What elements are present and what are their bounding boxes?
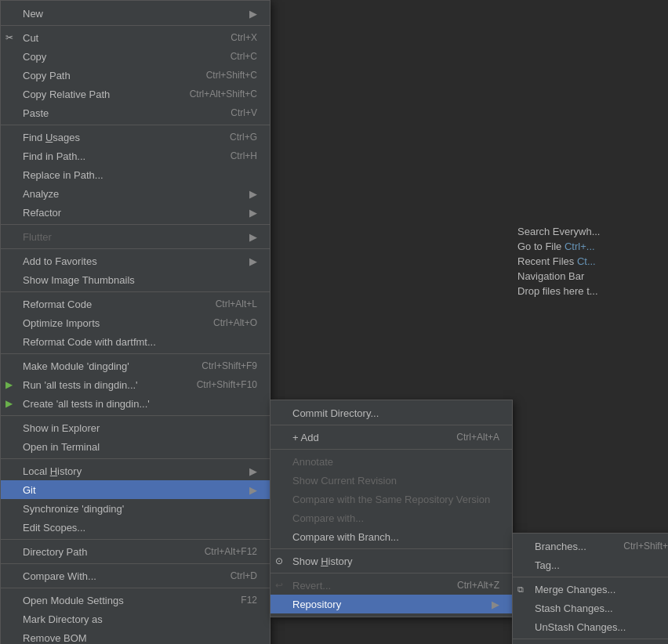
git-compare-same-repo: Compare with the Same Repository Version	[270, 490, 512, 508]
menu-item-git[interactable]: Git ▶	[1, 480, 270, 499]
git-compare-with: Compare with...	[270, 508, 512, 527]
menu-item-directory-path[interactable]: Directory Path Ctrl+Alt+F12	[1, 542, 270, 561]
separator-10	[1, 563, 270, 564]
menu-item-synchronize[interactable]: Synchronize 'dingding'	[1, 499, 270, 518]
menu-item-show-explorer[interactable]: Show in Explorer	[1, 418, 270, 437]
separator-3	[1, 224, 270, 225]
run-icon: ▶	[5, 379, 13, 390]
search-everywhere-item: Search Everywh...	[517, 226, 662, 237]
revert-icon: ↩	[275, 580, 283, 591]
separator-4	[1, 248, 270, 249]
separator-9	[1, 539, 270, 540]
menu-item-edit-scopes[interactable]: Edit Scopes...	[1, 518, 270, 537]
menu-item-local-history[interactable]: Local History ▶	[1, 461, 270, 480]
menu-item-make-module[interactable]: Make Module 'dingding' Ctrl+Shift+F9	[1, 356, 270, 375]
menu-item-add-favorites[interactable]: Add to Favorites ▶	[1, 251, 270, 270]
menu-item-reformat-code[interactable]: Reformat Code Ctrl+Alt+L	[1, 295, 270, 313]
menu-item-paste[interactable]: Paste Ctrl+V	[1, 103, 270, 122]
menu-item-open-terminal[interactable]: Open in Terminal	[1, 437, 270, 456]
repo-unstash-changes[interactable]: UnStash Changes...	[513, 617, 668, 636]
repository-submenu: Branches... Ctrl+Shift+` Tag... ⧉ Merge …	[512, 533, 668, 644]
recent-files-item: Recent Files Ct...	[517, 255, 662, 267]
right-panel: Search Everywh... Go to File Ctrl+... Re…	[511, 219, 668, 303]
drop-files-item: Drop files here t...	[517, 285, 662, 297]
menu-item-cut[interactable]: ✂ Cut Ctrl+X	[1, 28, 270, 47]
menu-item-remove-bom[interactable]: Remove BOM	[1, 628, 270, 644]
git-show-history[interactable]: ⊙ Show History	[270, 552, 512, 570]
git-annotate: Annotate	[270, 452, 512, 471]
menu-item-compare-with[interactable]: Compare With... Ctrl+D	[1, 566, 270, 585]
navigation-bar-item: Navigation Bar	[517, 270, 662, 282]
history-icon: ⊙	[275, 555, 283, 566]
git-separator-3	[270, 548, 512, 549]
menu-item-flutter: Flutter ▶	[1, 227, 270, 246]
menu-item-copy[interactable]: Copy Ctrl+C	[1, 47, 270, 66]
menu-item-optimize-imports[interactable]: Optimize Imports Ctrl+Alt+O	[1, 313, 270, 332]
git-separator-2	[270, 449, 512, 450]
git-repository[interactable]: Repository ▶	[270, 595, 512, 613]
separator-7	[1, 415, 270, 416]
separator-5	[1, 291, 270, 292]
git-compare-branch[interactable]: Compare with Branch...	[270, 527, 512, 546]
separator-11	[1, 588, 270, 588]
git-separator-4	[270, 573, 512, 573]
repo-branches[interactable]: Branches... Ctrl+Shift+`	[513, 537, 668, 555]
menu-item-new[interactable]: New ▶	[1, 4, 270, 23]
menu-item-create-tests[interactable]: ▶ Create 'all tests in dingdin...'	[1, 394, 270, 413]
menu-item-open-module-settings[interactable]: Open Module Settings F12	[1, 591, 270, 610]
git-revert: ↩ Revert... Ctrl+Alt+Z	[270, 576, 512, 595]
repo-separator-1	[513, 577, 668, 577]
git-add[interactable]: + Add Ctrl+Alt+A	[270, 428, 512, 447]
cut-icon: ✂	[5, 32, 13, 43]
repo-stash-changes[interactable]: Stash Changes...	[513, 599, 668, 617]
menu-item-show-image-thumbnails[interactable]: Show Image Thumbnails	[1, 270, 270, 289]
separator-2	[1, 125, 270, 125]
separator-1	[1, 25, 270, 26]
menu-item-replace-in-path[interactable]: Replace in Path...	[1, 165, 270, 184]
menu-item-mark-directory[interactable]: Mark Directory as	[1, 610, 270, 628]
menu-item-reformat-dartfmt[interactable]: Reformat Code with dartfmt...	[1, 332, 270, 351]
merge-icon: ⧉	[517, 584, 524, 595]
menu-item-find-usages[interactable]: Find Usages Ctrl+G	[1, 128, 270, 147]
git-show-current-revision: Show Current Revision	[270, 471, 512, 490]
menu-item-analyze[interactable]: Analyze ▶	[1, 184, 270, 203]
menu-item-find-in-path[interactable]: Find in Path... Ctrl+H	[1, 147, 270, 165]
git-submenu: Commit Directory... + Add Ctrl+Alt+A Ann…	[270, 400, 513, 617]
go-to-file-item: Go to File Ctrl+...	[517, 241, 662, 252]
menu-item-copy-relative-path[interactable]: Copy Relative Path Ctrl+Alt+Shift+C	[1, 85, 270, 103]
menu-item-run-tests[interactable]: ▶ Run 'all tests in dingdin...' Ctrl+Shi…	[1, 375, 270, 394]
create-icon: ▶	[5, 398, 13, 409]
menu-item-copy-path[interactable]: Copy Path Ctrl+Shift+C	[1, 66, 270, 85]
separator-8	[1, 458, 270, 459]
repo-separator-2	[513, 639, 668, 639]
main-context-menu: New ▶ ✂ Cut Ctrl+X Copy Ctrl+C Copy Path…	[0, 0, 270, 644]
separator-6	[1, 353, 270, 354]
git-separator-1	[270, 425, 512, 425]
repo-tag[interactable]: Tag...	[513, 555, 668, 574]
repo-merge-changes[interactable]: ⧉ Merge Changes...	[513, 580, 668, 599]
menu-item-refactor[interactable]: Refactor ▶	[1, 203, 270, 222]
git-commit-directory[interactable]: Commit Directory...	[270, 403, 512, 422]
